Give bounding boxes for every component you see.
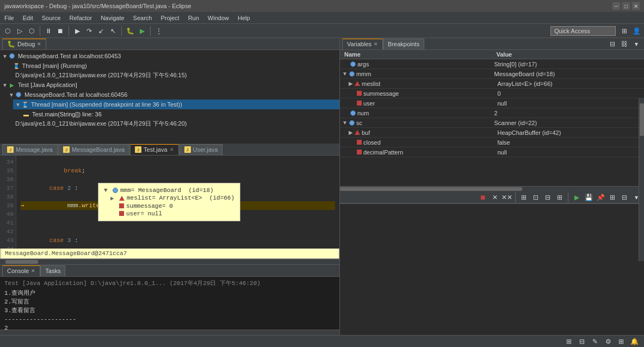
toolbar-run[interactable]: ▶: [137, 26, 147, 36]
menu-source[interactable]: Source: [38, 14, 65, 22]
menu-refactor[interactable]: Refactor: [65, 14, 97, 22]
minimize-button[interactable]: ─: [612, 2, 620, 10]
vars-row-sc[interactable]: ▼ sc Scanner (id=22): [340, 118, 644, 128]
console-content[interactable]: Test [Java Application] D:\java\jre1.8.0…: [0, 277, 339, 330]
file-tab-user[interactable]: J User.java: [179, 144, 223, 155]
vars-tab-close[interactable]: ✕: [374, 41, 378, 47]
menu-file[interactable]: File: [0, 14, 18, 22]
menu-run[interactable]: Run: [184, 14, 203, 22]
vars-link[interactable]: ⛓: [619, 39, 630, 49]
vars-row-decimal[interactable]: decimalPattern null: [340, 147, 644, 157]
hscroll-thumb[interactable]: [5, 260, 38, 264]
mmm-expand[interactable]: ▼: [342, 71, 348, 77]
status-btn-3[interactable]: ✎: [590, 336, 600, 347]
right-btn-remove[interactable]: ✕: [490, 192, 500, 203]
right-btn-stop[interactable]: ⏹: [478, 192, 488, 203]
toolbar-btn-6[interactable]: ▶: [72, 26, 83, 36]
vars-row-args[interactable]: args String[0] (id=17): [340, 59, 644, 69]
vars-row-mmm[interactable]: ▼ mmm MessageBoard (id=18): [340, 69, 644, 79]
console-tab[interactable]: Console ✕: [2, 265, 40, 276]
tooltip-expand-1[interactable]: ▼: [104, 187, 110, 194]
vars-collapse-all[interactable]: ⊟: [607, 39, 618, 49]
breakpoints-tab[interactable]: Breakpoints: [383, 39, 424, 49]
toolbar-btn-2[interactable]: ▷: [14, 26, 25, 36]
tasks-tab[interactable]: Tasks: [40, 265, 65, 276]
maximize-button[interactable]: □: [622, 2, 630, 10]
toolbar-perspectives[interactable]: ⊞: [619, 26, 630, 36]
tree-item-7[interactable]: ▬ Test.main(String[]) line: 36: [20, 109, 339, 119]
right-btn-1[interactable]: ⊞: [518, 192, 529, 203]
quick-access-field[interactable]: Quick Access: [550, 26, 616, 36]
tree-item-4[interactable]: ▼ ▶ Test [Java Application]: [0, 80, 339, 90]
meslist-expand[interactable]: ▶: [349, 80, 353, 86]
code-hscrollbar[interactable]: [0, 259, 339, 264]
expand-4[interactable]: ▼: [2, 82, 8, 88]
sc-expand[interactable]: ▼: [342, 120, 348, 126]
right-btn-collapse[interactable]: ⊟: [619, 192, 630, 203]
console-hscrollbar[interactable]: [0, 330, 339, 335]
toolbar-btn-5[interactable]: ⏹: [55, 26, 66, 36]
console-tab-close[interactable]: ✕: [31, 268, 35, 274]
right-btn-remove-all[interactable]: ✕✕: [501, 192, 512, 203]
right-btn-pin[interactable]: 📌: [595, 192, 606, 203]
toolbar-btn-7[interactable]: ↷: [84, 26, 95, 36]
menu-help[interactable]: Help: [233, 14, 255, 22]
expand-1[interactable]: ▼: [2, 53, 8, 59]
tree-item-6[interactable]: ▼ 🧵 Thread [main] (Suspended (breakpoint…: [13, 100, 339, 109]
menu-project[interactable]: Project: [156, 14, 183, 22]
right-btn-play[interactable]: ▶: [571, 192, 582, 203]
vars-menu[interactable]: ▾: [631, 39, 642, 49]
tree-item-8[interactable]: D:\java\jre1.8.0_121\bin\javaw.exe (2017…: [13, 119, 339, 128]
tree-item-5[interactable]: ▼ MessageBoard.Test at localhost:60456: [7, 90, 339, 100]
right-btn-3[interactable]: ⊟: [542, 192, 553, 203]
variables-tab[interactable]: Variables ✕: [342, 39, 383, 49]
toolbar-btn-3[interactable]: ⬡: [26, 26, 37, 36]
toolbar-more[interactable]: ⋮: [153, 26, 164, 36]
vars-row-num[interactable]: num 2: [340, 108, 644, 118]
tree-item-1[interactable]: ▼ MessageBoard.Test at localhost:60453: [0, 51, 339, 61]
vars-row-buf[interactable]: ▶ buf HeapCharBuffer (id=42): [340, 128, 644, 138]
vars-row-summessage[interactable]: summessage 0: [340, 89, 644, 98]
status-btn-4[interactable]: ⚙: [603, 336, 614, 347]
vars-row-meslist[interactable]: ▶ meslist ArrayList<E> (id=66): [340, 79, 644, 89]
debug-tab[interactable]: 🐛 Debug ✕: [2, 39, 46, 49]
vars-hscroll-thumb[interactable]: [340, 187, 522, 191]
vars-row-user[interactable]: user null: [340, 98, 644, 108]
vars-row-closed[interactable]: closed false: [340, 138, 644, 147]
right-btn-2[interactable]: ⊡: [530, 192, 541, 203]
vars-vscrollbar[interactable]: [639, 98, 644, 261]
vars-vscroll-thumb[interactable]: [640, 103, 644, 136]
toolbar-icon-btn[interactable]: 👤: [631, 26, 642, 36]
tree-item-2[interactable]: 🧵 Thread [main] (Running): [7, 61, 339, 71]
status-btn-6[interactable]: 🔔: [629, 336, 640, 347]
status-btn-1[interactable]: ⊞: [564, 336, 574, 347]
tooltip-expand-2[interactable]: ▶: [110, 195, 117, 202]
file-tab-test[interactable]: J Test.java ✕: [130, 144, 178, 155]
close-button[interactable]: ✕: [632, 2, 640, 10]
file-tab-messageboard[interactable]: J MessageBoard.java: [58, 144, 129, 155]
right-btn-4[interactable]: ⊞: [554, 192, 565, 203]
toolbar-btn-4[interactable]: ⏸: [43, 26, 54, 36]
toolbar-btn-1[interactable]: ⬡: [2, 26, 13, 36]
toolbar-btn-9[interactable]: ↖: [108, 26, 119, 36]
menu-navigate[interactable]: Navigate: [96, 14, 128, 22]
buf-expand[interactable]: ▶: [349, 129, 353, 135]
tooltip-bottom: MessageBoard.MessageBoard@2471cca7: [0, 249, 339, 259]
tree-item-3[interactable]: D:\java\jre1.8.0_121\bin\javaw.exe (2017…: [13, 71, 339, 80]
toolbar-debug[interactable]: 🐛: [125, 26, 135, 36]
test-icon: ▶: [8, 80, 16, 89]
menu-edit[interactable]: Edit: [18, 14, 38, 22]
right-btn-save[interactable]: 💾: [583, 192, 594, 203]
expand-5[interactable]: ▼: [9, 92, 14, 98]
status-btn-2[interactable]: ⊟: [577, 336, 587, 347]
status-btn-5[interactable]: ⊞: [616, 336, 627, 347]
toolbar-btn-8[interactable]: ↙: [96, 26, 107, 36]
expand-6[interactable]: ▼: [15, 102, 21, 108]
vars-hscrollbar[interactable]: [340, 186, 644, 191]
debug-tab-close[interactable]: ✕: [37, 41, 41, 47]
menu-search[interactable]: Search: [129, 14, 157, 22]
menu-window[interactable]: Window: [203, 14, 233, 22]
file-tab-message[interactable]: J Message.java: [2, 144, 58, 155]
right-btn-expand[interactable]: ⊞: [607, 192, 618, 203]
test-tab-close[interactable]: ✕: [170, 147, 174, 152]
